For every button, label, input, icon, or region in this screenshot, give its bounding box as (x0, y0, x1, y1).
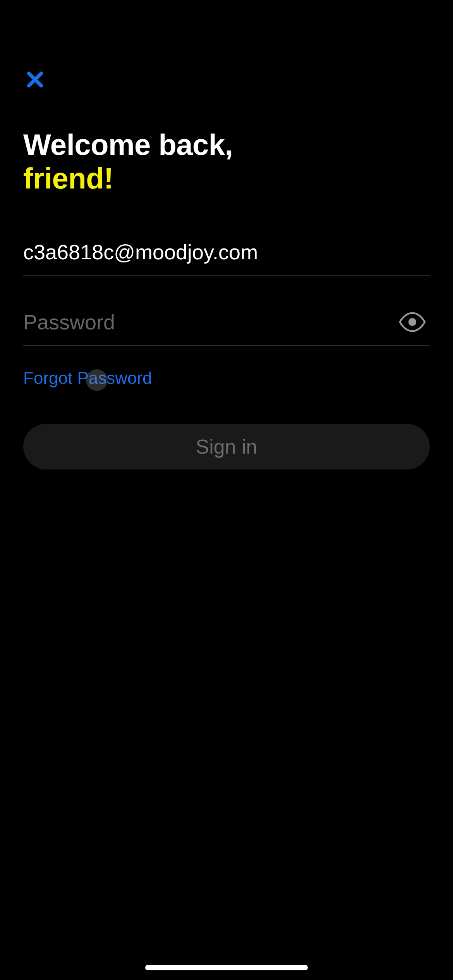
password-field[interactable] (23, 310, 395, 334)
close-button[interactable] (23, 68, 46, 91)
heading-line-2: friend! (23, 161, 233, 195)
eye-icon (399, 312, 426, 332)
page-title: Welcome back, friend! (23, 128, 233, 195)
signin-button[interactable]: Sign in (23, 424, 430, 469)
close-icon (24, 69, 46, 90)
svg-point-2 (408, 318, 416, 326)
heading-line-1: Welcome back, (23, 128, 233, 161)
email-field-container (23, 229, 430, 276)
home-indicator (145, 965, 308, 970)
toggle-password-visibility-button[interactable] (395, 308, 430, 336)
email-field[interactable] (23, 240, 430, 264)
forgot-password-link[interactable]: Forgot Password (23, 368, 152, 388)
password-field-container (23, 299, 430, 346)
